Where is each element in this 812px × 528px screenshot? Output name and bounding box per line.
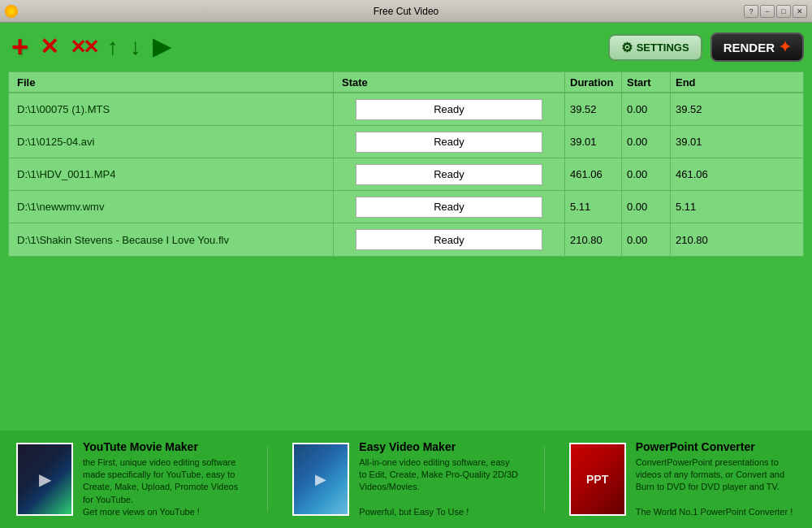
promo-youtube-image [16,443,73,516]
remove-button[interactable]: ✕ [37,32,62,62]
row-file-1: D:\1\0125-04.avi [9,126,334,158]
row-end-2: 461.06 [671,158,803,190]
state-badge-2: Ready [356,164,542,185]
row-duration-1: 39.01 [565,126,622,158]
promo-easy-desc: All-in-one video editing software, easy … [359,457,519,519]
state-badge-3: Ready [356,197,542,218]
promo-ppt-text: PowerPoint Converter ConvertPowerPoint p… [636,440,796,519]
row-duration-2: 461.06 [565,158,622,190]
title-bar: Free Cut Video ? − □ ✕ [0,0,812,23]
row-file-3: D:\1\newwmv.wmv [9,191,334,223]
promo-easy-title: Easy Video Maker [359,440,519,453]
promo-ppt-desc: ConvertPowerPoint presentations to video… [636,457,796,519]
close-button[interactable]: ✕ [793,5,807,18]
app-icon [5,5,18,18]
row-end-3: 5.11 [671,191,803,223]
promo-youtube-title: YouTute Movie Maker [83,440,243,453]
title-bar-controls: ? − □ ✕ [744,5,807,18]
table-row[interactable]: D:\1\HDV_0011.MP4 Ready 461.06 0.00 461.… [9,158,803,191]
toolbar: + ✕ ✕✕ ↑ ↓ ▶ ⚙ SETTINGS RENDER ✦ [0,23,812,71]
app-title: Free Cut Video [374,6,439,17]
settings-button[interactable]: ⚙ SETTINGS [608,34,702,61]
table-row[interactable]: D:\1\0125-04.avi Ready 39.01 0.00 39.01 [9,126,803,158]
row-state-1: Ready [334,126,565,158]
file-table: File State Duration Start End D:\1\00075… [8,71,804,257]
maximize-button[interactable]: □ [776,5,791,18]
play-button[interactable]: ▶ [149,32,174,62]
gear-icon: ⚙ [621,40,633,55]
table-row[interactable]: D:\1\Shakin Stevens - Because I Love You… [9,223,803,256]
row-file-2: D:\1\HDV_0011.MP4 [9,158,334,190]
promo-easy-image [292,443,349,516]
row-file-0: D:\1\00075 (1).MTS [9,93,334,125]
play-icon: ▶ [153,36,171,58]
row-state-4: Ready [334,223,565,256]
header-file: File [9,72,334,92]
state-badge-1: Ready [356,132,542,153]
row-start-1: 0.00 [622,126,671,158]
header-end: End [671,72,803,92]
row-state-3: Ready [334,191,565,223]
title-bar-left [5,5,18,18]
remove-icon: ✕ [40,36,58,58]
promo-easy-text: Easy Video Maker All-in-one video editin… [359,440,519,519]
table-header: File State Duration Start End [9,72,803,93]
move-up-icon: ↑ [107,36,119,58]
render-button[interactable]: RENDER ✦ [710,32,804,62]
settings-label: SETTINGS [637,41,689,54]
header-duration: Duration [565,72,622,92]
row-duration-3: 5.11 [565,191,622,223]
move-down-button[interactable]: ↓ [127,32,145,62]
add-button[interactable]: + [8,29,32,65]
help-button[interactable]: ? [744,5,758,18]
row-end-1: 39.01 [671,126,803,158]
row-duration-0: 39.52 [565,93,622,125]
row-state-0: Ready [334,93,565,125]
promo-easy: Easy Video Maker All-in-one video editin… [292,440,519,519]
promo-ppt-title: PowerPoint Converter [636,440,796,453]
promo-bar: YouTute Movie Maker the First, unique vi… [0,431,812,528]
promo-youtube-text: YouTute Movie Maker the First, unique vi… [83,440,243,519]
row-end-0: 39.52 [671,93,803,125]
promo-ppt-image [569,443,626,516]
promo-youtube-desc: the First, unique video editing software… [83,457,243,519]
promo-divider-1 [267,447,268,512]
add-icon: + [11,32,28,62]
header-state: State [334,72,565,92]
row-start-3: 0.00 [622,191,671,223]
render-star-icon: ✦ [779,38,791,56]
row-start-0: 0.00 [622,93,671,125]
render-label: RENDER [723,41,775,54]
remove-all-button[interactable]: ✕✕ [67,34,99,60]
row-end-4: 210.80 [671,223,803,256]
promo-divider-2 [544,447,545,512]
toolbar-right: ⚙ SETTINGS RENDER ✦ [608,32,804,62]
table-row[interactable]: D:\1\newwmv.wmv Ready 5.11 0.00 5.11 [9,191,803,223]
table-row[interactable]: D:\1\00075 (1).MTS Ready 39.52 0.00 39.5… [9,93,803,126]
row-start-4: 0.00 [622,223,671,256]
promo-youtube: YouTute Movie Maker the First, unique vi… [16,440,243,519]
remove-all-icon: ✕✕ [70,37,96,57]
table-body: D:\1\00075 (1).MTS Ready 39.52 0.00 39.5… [9,93,803,256]
state-badge-4: Ready [356,229,542,250]
header-start: Start [622,72,671,92]
move-down-icon: ↓ [130,36,141,58]
move-up-button[interactable]: ↑ [104,32,122,62]
promo-ppt: PowerPoint Converter ConvertPowerPoint p… [569,440,796,519]
minimize-button[interactable]: − [760,5,775,18]
state-badge-0: Ready [356,99,542,120]
row-start-2: 0.00 [622,158,671,190]
row-duration-4: 210.80 [565,223,622,256]
row-file-4: D:\1\Shakin Stevens - Because I Love You… [9,223,334,256]
row-state-2: Ready [334,158,565,190]
